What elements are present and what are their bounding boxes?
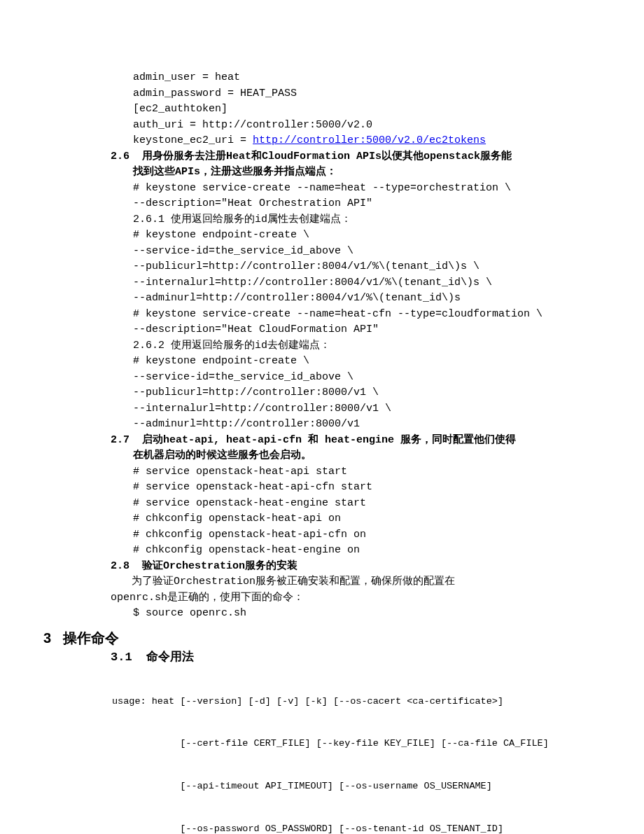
code-line: --description="Heat CloudFormation API" [133,322,574,338]
section-2-8: 2.8 验证Orchestration服务的安装 [111,559,574,575]
code-line: # chkconfig openstack-heat-engine on [133,543,574,559]
code-line: --adminurl=http://controller:8004/v1/%\(… [133,291,574,307]
sec-title-line: 找到这些APIs，注册这些服务并指点端点： [133,165,574,181]
usage-line: [--api-timeout API_TIMEOUT] [--os-userna… [112,779,574,793]
code-line: # keystone endpoint-create \ [133,354,574,370]
sec-num: 2.8 [111,560,130,572]
code-line: --description="Heat Orchestration API" [133,196,574,212]
code-line: --service-id=the_service_id_above \ [133,370,574,386]
sec-num: 2.6 [111,151,130,162]
sec-title: 验证Orchestration服务的安装 [142,560,298,572]
code-line: --adminurl=http://controller:8000/v1 [133,417,574,433]
code-line: # service openstack-heat-api-cfn start [133,480,574,496]
code-line: # service openstack-heat-api start [133,464,574,480]
code-line: # keystone service-create --name=heat-cf… [133,307,574,323]
sec-num: 2.7 [111,434,130,446]
sec-title-line: 用身份服务去注册Heat和CloudFormation APIs以便其他open… [142,151,512,162]
sec-title: 命令用法 [146,651,194,664]
code-line: # chkconfig openstack-heat-api on [133,511,574,527]
sec-title: 操作命令 [63,630,119,646]
code-line: keystone_ec2_uri = http://controller:500… [133,133,574,149]
section-2-6: 2.6 用身份服务去注册Heat和CloudFormation APIs以便其他… [111,149,574,165]
code-line: --publicurl=http://controller:8004/v1/%\… [133,259,574,275]
usage-line: usage: heat [--version] [-d] [-v] [-k] [… [112,695,574,709]
code-line: admin_password = HEAT_PASS [133,86,574,102]
sec-title-line: 在机器启动的时候这些服务也会启动。 [133,448,574,464]
section-2-7: 2.7 启动heat-api, heat-api-cfn 和 heat-engi… [111,433,574,449]
code-line: # chkconfig openstack-heat-api-cfn on [133,527,574,543]
code-line: # service openstack-heat-engine start [133,496,574,512]
body-text: 为了验证Orchestration服务被正确安装和配置，确保所做的配置在 [111,574,574,590]
code-line: --service-id=the_service_id_above \ [133,244,574,260]
section-3-1: 3.1 命令用法 [111,648,574,667]
body-text: openrc.sh是正确的，使用下面的命令： [111,590,574,606]
code-line: --internalurl=http://controller:8000/v1 … [133,401,574,417]
code-line: --publicurl=http://controller:8000/v1 \ [133,385,574,401]
code-line: $ source openrc.sh [133,606,574,622]
section-3: 3 操作命令 [43,627,574,648]
code-line: # keystone service-create --name=heat --… [133,181,574,197]
keystone-ec2-link[interactable]: http://controller:5000/v2.0/ec2tokens [253,134,486,146]
usage-line: [--cert-file CERT_FILE] [--key-file KEY_… [112,737,574,751]
usage-line: [--os-password OS_PASSWORD] [--os-tenant… [112,822,574,834]
code-text: keystone_ec2_uri = [133,134,253,146]
sec-num: 3.1 [111,651,132,664]
subsection-2-6-2: 2.6.2 使用返回给服务的id去创建端点： [133,338,574,354]
code-line: [ec2_authtoken] [133,102,574,118]
sec-num: 3 [43,630,51,646]
code-line: auth_uri = http://controller:5000/v2.0 [133,118,574,134]
code-line: admin_user = heat [133,70,574,86]
code-line: --internalurl=http://controller:8004/v1/… [133,275,574,291]
subsection-2-6-1: 2.6.1 使用返回给服务的id属性去创建端点： [133,212,574,228]
code-line: # keystone endpoint-create \ [133,228,574,244]
sec-title-line: 启动heat-api, heat-api-cfn 和 heat-engine 服… [142,434,516,446]
